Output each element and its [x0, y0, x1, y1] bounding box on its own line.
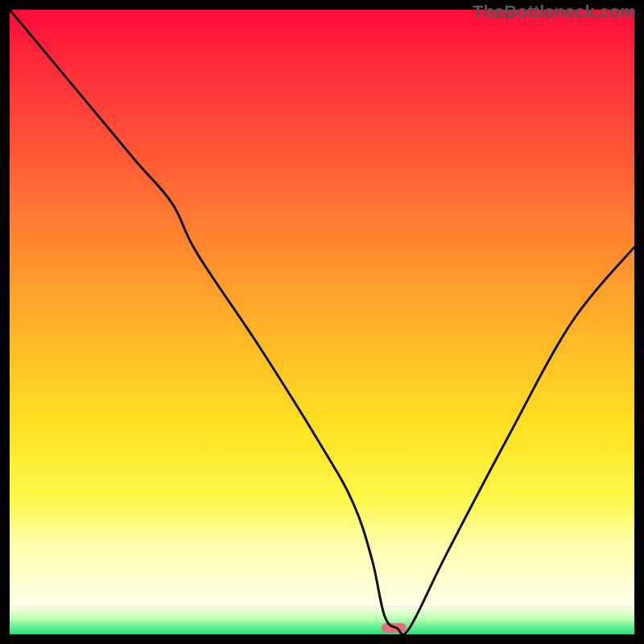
- bottleneck-chart: TheBottleneck.com: [0, 0, 644, 644]
- chart-svg: [0, 0, 644, 644]
- svg-rect-1: [10, 10, 634, 606]
- svg-rect-2: [10, 606, 634, 634]
